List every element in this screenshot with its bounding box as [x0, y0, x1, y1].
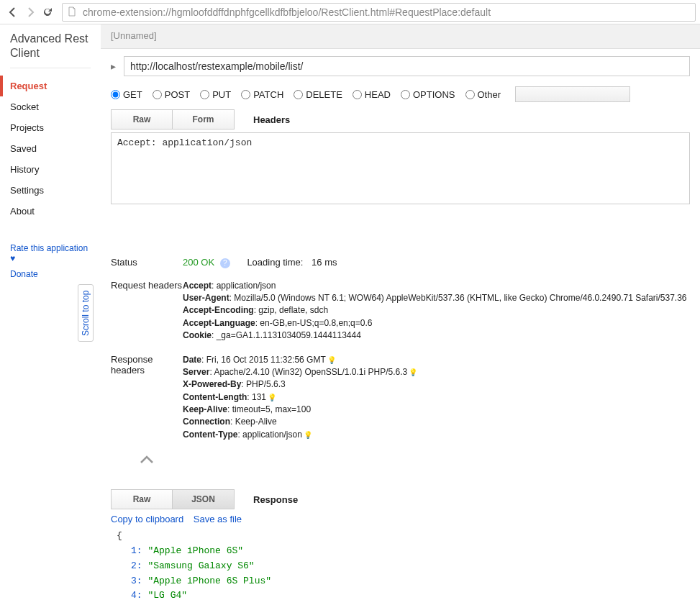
back-icon[interactable] [4, 4, 22, 21]
help-icon[interactable]: ? [220, 258, 230, 268]
method-patch[interactable]: PATCH [241, 89, 283, 100]
response-headers-label: Response headers [111, 354, 183, 442]
browser-toolbar [0, 0, 700, 24]
headers-tab-raw[interactable]: Raw [111, 109, 173, 129]
method-other-input[interactable] [515, 86, 630, 102]
sidebar-item-history[interactable]: History [10, 159, 91, 180]
collapse-chevron-icon[interactable] [111, 453, 183, 468]
main-panel: [Unnamed] ▸ GET POST PUT PATCH DELETE HE… [101, 24, 700, 600]
request-url-input[interactable] [124, 56, 690, 76]
scroll-to-top-button[interactable]: Scroll to top [78, 284, 94, 342]
response-headers-list: Date: Fri, 16 Oct 2015 11:32:56 GMT💡Serv… [183, 354, 690, 442]
app-title: Advanced Rest Client [10, 32, 91, 60]
headers-label: Headers [253, 114, 290, 125]
rate-link[interactable]: Rate this application ♥ [10, 240, 91, 266]
method-options[interactable]: OPTIONS [401, 89, 455, 100]
response-tab-json[interactable]: JSON [173, 489, 235, 509]
forward-icon[interactable] [22, 4, 39, 21]
page-icon [67, 6, 78, 18]
method-head[interactable]: HEAD [353, 89, 391, 100]
request-headers-label: Request headers [111, 280, 183, 342]
url-input[interactable] [83, 6, 691, 18]
headers-tab-form[interactable]: Form [173, 109, 235, 129]
request-headers-list: Accept: application/jsonUser-Agent: Mozi… [183, 280, 690, 342]
response-tab-raw[interactable]: Raw [111, 489, 173, 509]
status-label: Status [111, 257, 183, 268]
sidebar-item-socket[interactable]: Socket [10, 96, 91, 117]
address-bar[interactable] [62, 3, 696, 22]
sidebar-item-projects[interactable]: Projects [10, 117, 91, 138]
method-get[interactable]: GET [111, 89, 142, 100]
copy-to-clipboard-link[interactable]: Copy to clipboard [111, 514, 183, 524]
donate-link[interactable]: Donate [10, 266, 91, 282]
status-value: 200 OK ? Loading time: 16 ms [183, 257, 690, 268]
response-label: Response [253, 494, 298, 505]
sidebar-item-request[interactable]: Request [0, 76, 91, 96]
method-delete[interactable]: DELETE [294, 89, 342, 100]
method-row: GET POST PUT PATCH DELETE HEAD OPTIONS O… [111, 86, 690, 102]
reload-icon[interactable] [39, 4, 56, 21]
sidebar-item-saved[interactable]: Saved [10, 138, 91, 159]
sidebar-item-settings[interactable]: Settings [10, 180, 91, 201]
expand-url-icon[interactable]: ▸ [111, 60, 118, 72]
save-as-file-link[interactable]: Save as file [194, 514, 242, 524]
headers-textarea[interactable]: Accept: application/json [111, 132, 690, 204]
method-other[interactable]: Other [465, 89, 501, 100]
sidebar-item-about[interactable]: About [10, 201, 91, 222]
method-post[interactable]: POST [153, 89, 190, 100]
response-body: {1: "Apple iPhone 6S"2: "Samsung Galaxy … [111, 527, 690, 600]
method-put[interactable]: PUT [200, 89, 231, 100]
document-tab[interactable]: [Unnamed] [101, 24, 700, 49]
